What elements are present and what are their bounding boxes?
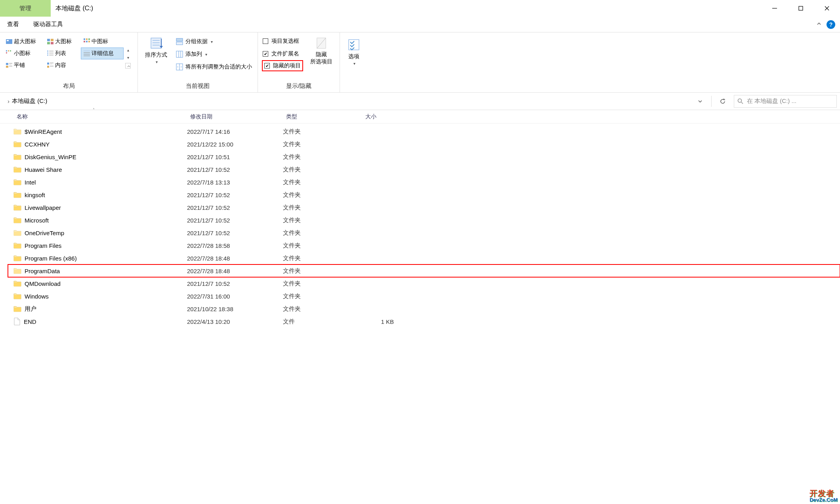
svg-rect-22 bbox=[47, 53, 48, 53]
file-row[interactable]: CCXHNY2021/12/22 15:00文件夹 bbox=[8, 138, 840, 150]
svg-rect-33 bbox=[6, 66, 8, 68]
ribbon-group-label-current-view: 当前视图 bbox=[141, 81, 254, 91]
column-header-name[interactable]: 名称 ˄ bbox=[13, 110, 187, 123]
file-row[interactable]: OneDriveTemp2021/12/7 10:52文件夹 bbox=[8, 226, 840, 239]
svg-point-55 bbox=[738, 99, 742, 102]
file-row[interactable]: ProgramData2022/7/28 18:48文件夹 bbox=[8, 264, 840, 277]
sort-by-button[interactable]: 排序方式▾ bbox=[141, 35, 171, 81]
layout-list[interactable]: 列表 bbox=[44, 48, 81, 59]
file-row[interactable]: $WinREAgent2022/7/17 14:16文件夹 bbox=[8, 125, 840, 138]
layout-medium-icons[interactable]: 中图标 bbox=[81, 36, 117, 48]
file-name: CCXHNY bbox=[25, 141, 50, 148]
tab-drive-tools[interactable]: 驱动器工具 bbox=[26, 17, 70, 32]
column-headers: 名称 ˄ 修改日期 类型 大小 bbox=[0, 110, 840, 124]
column-header-size[interactable]: 大小 bbox=[362, 110, 840, 123]
contextual-tab-manage[interactable]: 管理 bbox=[0, 0, 51, 17]
file-type: 文件夹 bbox=[283, 166, 362, 173]
layout-extra-large-icons[interactable]: 超大图标 bbox=[3, 36, 44, 48]
search-placeholder: 在 本地磁盘 (C:) ... bbox=[747, 97, 796, 105]
file-row[interactable]: kingsoft2021/12/7 10:52文件夹 bbox=[8, 188, 840, 201]
maximize-button[interactable] bbox=[788, 0, 814, 17]
file-name: QMDownload bbox=[25, 280, 61, 287]
file-row[interactable]: Livewallpaper2021/12/7 10:52文件夹 bbox=[8, 201, 840, 214]
folder-icon bbox=[13, 192, 21, 198]
chevron-right-icon[interactable]: › bbox=[5, 98, 12, 105]
file-row[interactable]: QMDownload2021/12/7 10:52文件夹 bbox=[8, 277, 840, 290]
checkbox-item-checkboxes[interactable]: 项目复选框 bbox=[263, 36, 302, 47]
svg-rect-45 bbox=[176, 42, 183, 45]
file-name: DiskGenius_WinPE bbox=[25, 154, 76, 160]
ribbon-tab-row: 查看 驱动器工具 ? bbox=[0, 17, 840, 32]
column-header-type[interactable]: 类型 bbox=[283, 110, 362, 123]
address-bar[interactable]: › 本地磁盘 (C:) bbox=[3, 95, 689, 108]
watermark: 开发者 DevZe.CoM bbox=[809, 489, 838, 502]
layout-tiles[interactable]: 平铺 bbox=[3, 59, 44, 71]
help-icon[interactable]: ? bbox=[827, 20, 835, 29]
layout-scroll-up[interactable]: ▴ bbox=[125, 48, 131, 52]
file-row[interactable]: Windows2022/7/31 16:00文件夹 bbox=[8, 290, 840, 302]
file-name: Microsoft bbox=[25, 217, 49, 224]
file-row[interactable]: Program Files (x86)2022/7/28 18:48文件夹 bbox=[8, 252, 840, 264]
folder-icon bbox=[13, 242, 21, 249]
file-date: 2022/4/13 10:20 bbox=[187, 318, 283, 325]
svg-rect-6 bbox=[47, 39, 50, 41]
svg-rect-9 bbox=[51, 42, 53, 44]
checkbox-checked-icon: ✔ bbox=[263, 51, 268, 57]
file-row[interactable]: 用户2021/10/22 18:38文件夹 bbox=[8, 302, 840, 315]
close-button[interactable] bbox=[814, 0, 840, 17]
file-row[interactable]: Huawei Share2021/12/7 10:52文件夹 bbox=[8, 163, 840, 176]
folder-icon bbox=[13, 280, 21, 287]
window-titlebar: 管理 本地磁盘 (C:) bbox=[0, 0, 840, 17]
folder-icon bbox=[13, 128, 21, 135]
layout-scroll-down[interactable]: ▾ bbox=[125, 55, 131, 60]
hide-selected-button[interactable]: 隐藏 所选项目 bbox=[306, 35, 336, 81]
layout-content[interactable]: 内容 bbox=[44, 59, 81, 71]
fit-columns-icon bbox=[176, 63, 183, 70]
group-by-button[interactable]: 分组依据 ▾ bbox=[174, 36, 254, 48]
fit-columns-label: 将所有列调整为合适的大小 bbox=[185, 63, 252, 70]
file-type: 文件夹 bbox=[283, 217, 362, 224]
svg-rect-16 bbox=[6, 50, 7, 51]
layout-label: 平铺 bbox=[14, 62, 25, 69]
file-row[interactable]: Program Files2022/7/28 18:58文件夹 bbox=[8, 239, 840, 252]
file-name: $WinREAgent bbox=[25, 128, 62, 135]
layout-large-icons[interactable]: 大图标 bbox=[44, 36, 81, 48]
refresh-button[interactable] bbox=[715, 95, 731, 108]
address-bar-row: › 本地磁盘 (C:) 在 本地磁盘 (C:) ... bbox=[0, 93, 840, 110]
column-label: 名称 bbox=[17, 113, 28, 120]
hide-label-1: 隐藏 bbox=[316, 51, 327, 57]
ribbon-group-label-layout: 布局 bbox=[3, 81, 134, 91]
details-icon bbox=[84, 50, 90, 57]
layout-expand[interactable] bbox=[125, 63, 131, 68]
minimize-button[interactable] bbox=[762, 0, 788, 17]
file-type: 文件夹 bbox=[283, 141, 362, 148]
folder-icon bbox=[13, 204, 21, 211]
layout-small-icons[interactable]: 小图标 bbox=[3, 48, 44, 59]
file-row[interactable]: DiskGenius_WinPE2021/12/7 10:51文件夹 bbox=[8, 150, 840, 163]
file-row[interactable]: END2022/4/13 10:20文件1 KB bbox=[8, 315, 840, 328]
svg-rect-18 bbox=[10, 50, 11, 51]
add-columns-button[interactable]: 添加列 ▾ bbox=[174, 48, 254, 60]
layout-details[interactable]: 详细信息 bbox=[81, 48, 124, 59]
options-button[interactable]: 选项▾ bbox=[343, 36, 365, 67]
column-header-date[interactable]: 修改日期 bbox=[187, 110, 283, 123]
file-date: 2021/12/22 15:00 bbox=[187, 141, 283, 148]
medium-icons-icon bbox=[84, 38, 90, 45]
address-location[interactable]: 本地磁盘 (C:) bbox=[12, 97, 47, 105]
size-all-columns-button[interactable]: 将所有列调整为合适的大小 bbox=[174, 61, 254, 73]
address-dropdown[interactable] bbox=[692, 95, 708, 108]
search-input[interactable]: 在 本地磁盘 (C:) ... bbox=[734, 95, 837, 108]
folder-icon bbox=[13, 268, 21, 274]
file-icon bbox=[13, 318, 21, 325]
file-row[interactable]: Intel2022/7/18 13:13文件夹 bbox=[8, 176, 840, 188]
window-title: 本地磁盘 (C:) bbox=[51, 0, 762, 17]
checkbox-hidden-items[interactable]: ✔ 隐藏的项目 bbox=[262, 60, 303, 71]
ribbon-collapse-icon[interactable] bbox=[816, 21, 822, 28]
file-row[interactable]: Microsoft2021/12/7 10:52文件夹 bbox=[8, 214, 840, 226]
svg-rect-1 bbox=[799, 6, 803, 10]
checkbox-file-extensions[interactable]: ✔ 文件扩展名 bbox=[263, 48, 302, 59]
svg-rect-11 bbox=[86, 38, 88, 40]
tab-view[interactable]: 查看 bbox=[0, 17, 26, 32]
large-icons-icon bbox=[47, 38, 53, 45]
sort-ascending-icon: ˄ bbox=[93, 108, 95, 112]
